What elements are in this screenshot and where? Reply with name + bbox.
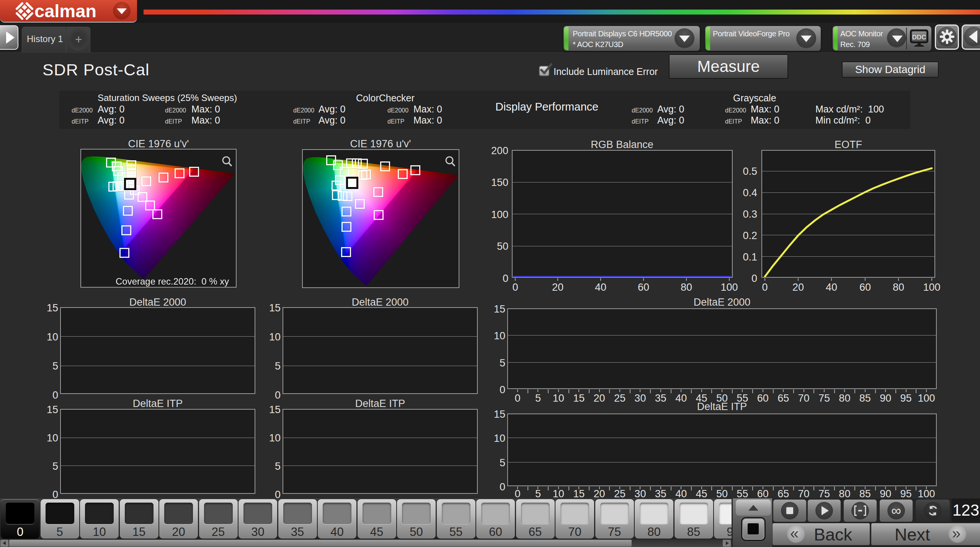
svg-text:DDC: DDC bbox=[912, 34, 926, 41]
